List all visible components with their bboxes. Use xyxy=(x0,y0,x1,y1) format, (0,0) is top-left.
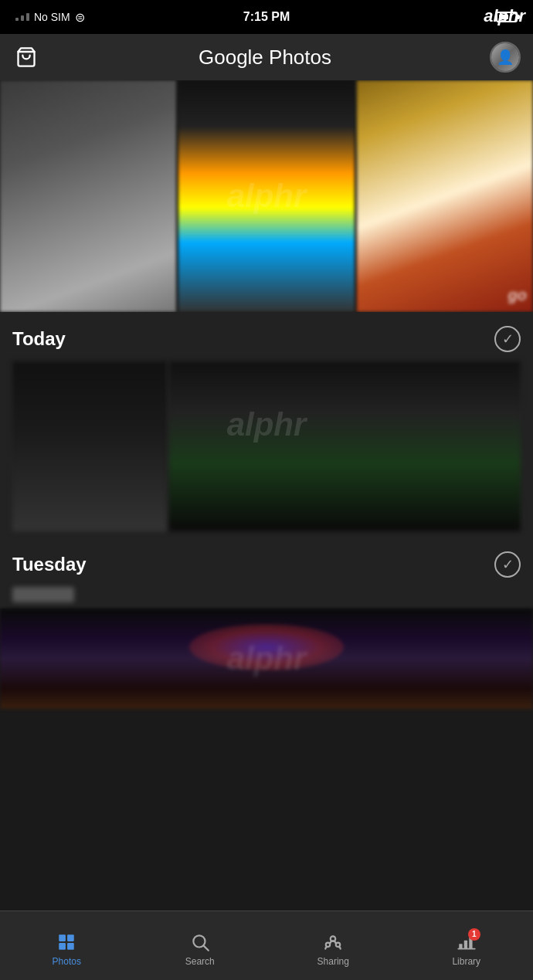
today-label: Today xyxy=(12,328,66,350)
carrier-label: No SIM xyxy=(34,11,70,23)
bottom-glow xyxy=(189,624,344,670)
search-nav-icon xyxy=(189,931,211,953)
svg-rect-3 xyxy=(59,943,66,950)
library-nav-label: Library xyxy=(452,956,480,967)
tuesday-header: Tuesday ✓ xyxy=(12,551,521,578)
nav-photos[interactable]: Photos xyxy=(0,925,134,967)
app-title: Google Photos xyxy=(199,46,331,70)
library-nav-icon: 1 xyxy=(456,931,477,953)
photos-icon xyxy=(56,932,76,952)
wifi-icon: ⊜ xyxy=(75,10,85,25)
tuesday-check-icon: ✓ xyxy=(502,556,514,573)
svg-rect-11 xyxy=(464,940,467,948)
today-check-button[interactable]: ✓ xyxy=(494,326,521,352)
app-root: alphr No SIM ⊜ 7:15 PM Google Photos xyxy=(0,0,533,778)
photo-thumb-3[interactable]: go xyxy=(357,80,533,312)
today-photo-1[interactable] xyxy=(12,361,167,531)
status-bar: No SIM ⊜ 7:15 PM xyxy=(0,0,533,34)
nav-library[interactable]: 1 Library xyxy=(400,925,534,967)
library-badge: 1 xyxy=(468,928,480,941)
status-time: 7:15 PM xyxy=(243,10,290,24)
avatar-image: 👤 xyxy=(491,43,519,71)
title-google: Google xyxy=(199,46,263,69)
shop-icon xyxy=(15,46,37,68)
sharing-nav-icon xyxy=(322,931,344,953)
photos-nav-icon xyxy=(56,931,77,953)
svg-rect-2 xyxy=(67,934,74,941)
today-check-icon: ✓ xyxy=(502,331,514,348)
svg-rect-10 xyxy=(459,944,462,949)
bottom-photo-strip: alphr xyxy=(0,609,533,709)
tuesday-label: Tuesday xyxy=(12,554,87,575)
today-section: Today ✓ alphr xyxy=(0,312,533,537)
nav-sharing[interactable]: Sharing xyxy=(266,925,400,967)
search-nav-label: Search xyxy=(185,956,215,967)
photo-thumb-2[interactable] xyxy=(178,80,355,312)
today-header: Today ✓ xyxy=(12,326,521,352)
title-photos: Photos xyxy=(263,46,331,69)
alphr-brand: alphr xyxy=(484,6,525,26)
search-icon xyxy=(190,932,210,952)
main-content: go alphr Today ✓ alphr Tuesday ✓ xyxy=(0,80,533,778)
app-header: Google Photos 👤 xyxy=(0,34,533,80)
svg-rect-4 xyxy=(67,943,74,950)
photo-thumb-1[interactable] xyxy=(0,80,176,312)
tuesday-section: Tuesday ✓ xyxy=(0,537,533,609)
sharing-icon xyxy=(323,932,343,952)
shop-button[interactable] xyxy=(12,43,40,71)
go-badge: go xyxy=(508,287,527,304)
sharing-nav-label: Sharing xyxy=(317,956,349,967)
svg-line-6 xyxy=(204,945,209,950)
bottom-nav: Photos Search xyxy=(0,910,533,980)
top-photo-grid: go alphr xyxy=(0,80,533,312)
signal-bars xyxy=(15,13,29,21)
nav-search[interactable]: Search xyxy=(134,925,267,967)
tuesday-small-thumb xyxy=(12,587,74,602)
today-photo-grid xyxy=(12,361,521,531)
tuesday-check-button[interactable]: ✓ xyxy=(494,551,521,578)
photos-nav-label: Photos xyxy=(53,956,81,967)
user-avatar[interactable]: 👤 xyxy=(490,42,521,73)
today-photo-2[interactable] xyxy=(169,361,521,531)
status-left: No SIM ⊜ xyxy=(15,10,85,25)
svg-rect-1 xyxy=(59,934,66,941)
